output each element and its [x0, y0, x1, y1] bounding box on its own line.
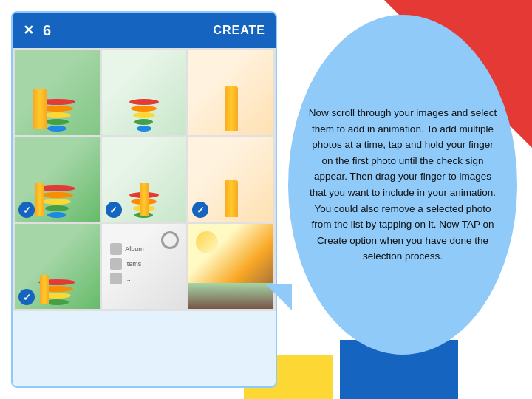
photo-cell-6[interactable]: [188, 137, 273, 222]
phone-mockup: ✕ 6 CREATE: [11, 11, 277, 388]
photo-cell-1[interactable]: [15, 50, 100, 135]
photo-cell-4[interactable]: [15, 137, 100, 222]
check-badge-5: [106, 202, 122, 218]
photo-cell-7[interactable]: [15, 224, 100, 309]
check-badge-7: [18, 289, 35, 305]
top-bar-left: ✕ 6: [23, 22, 51, 39]
bubble-text: Now scroll through your images and selec…: [307, 105, 499, 265]
close-button[interactable]: ✕: [23, 22, 34, 38]
photo-cell-9[interactable]: [188, 224, 273, 309]
photo-cell-8[interactable]: Album Items ...: [102, 224, 187, 309]
photo-cell-3[interactable]: [188, 50, 273, 135]
phone-top-bar: ✕ 6 CREATE: [13, 13, 276, 48]
photo-cell-2[interactable]: [102, 50, 187, 135]
speech-bubble: Now scroll through your images and selec…: [288, 15, 517, 355]
selected-count: 6: [43, 22, 51, 39]
photo-grid: Album Items ...: [13, 48, 276, 311]
create-button[interactable]: CREATE: [213, 24, 265, 37]
photo-cell-5[interactable]: [102, 137, 187, 222]
